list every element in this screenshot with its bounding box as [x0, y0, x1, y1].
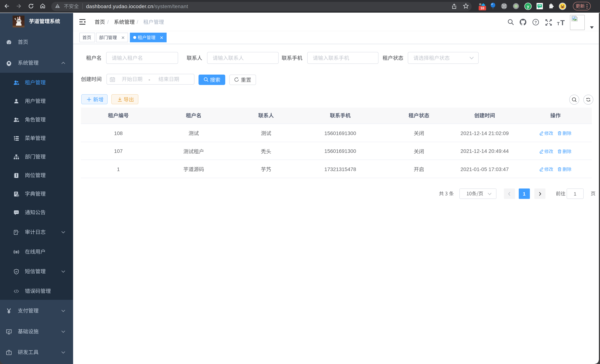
svg-text:?: ?	[534, 20, 537, 24]
svg-text:y: y	[527, 4, 529, 9]
svg-text:T: T	[560, 19, 565, 26]
svg-text:T: T	[557, 21, 560, 26]
